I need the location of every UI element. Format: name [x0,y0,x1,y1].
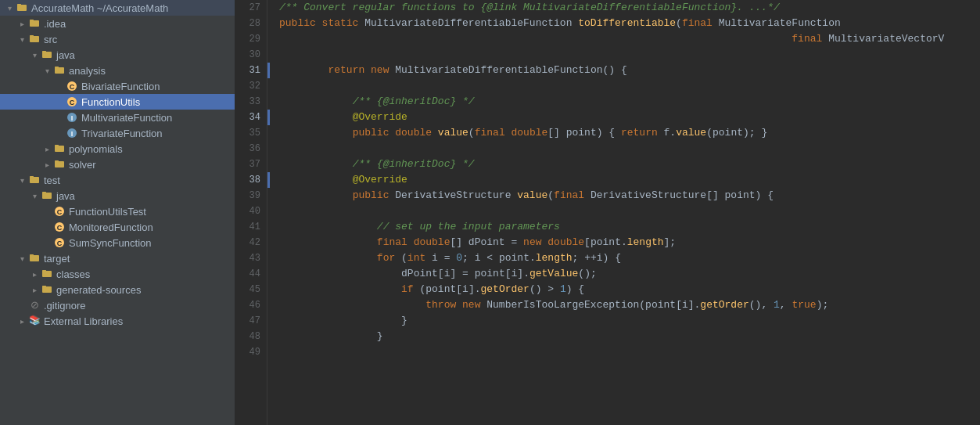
tree-label-classes: classes [56,268,90,280]
folder-icon-java [41,49,53,61]
ln-29: 29 [235,31,260,47]
tree-label-functionutils: FunctionUtils [81,96,140,108]
tree-item-test-java[interactable]: java [0,188,235,203]
ln-30: 30 [235,47,260,63]
tree-arrow-polynomials [41,145,53,153]
file-icon-gitignore: ⊘ [28,299,41,312]
ln-28: 28 [235,16,260,31]
tree-item-generated[interactable]: generated-sources [0,282,235,297]
tree-label-polynomials: polynomials [69,143,123,155]
code-line-44: dPoint[i] = point[i].getValue(); [279,266,980,282]
ln-33: 33 [235,94,260,110]
code-line-42: final double[] dPoint = new double[point… [279,235,980,250]
svg-rect-23 [30,176,34,178]
code-content[interactable]: /** Convert regular functions to {@link … [270,0,980,425]
ln-31: 31 [235,63,260,78]
folder-icon-idea [28,17,41,30]
code-line-49 [279,344,980,360]
ln-40: 40 [235,203,260,219]
folder-icon-analysis [53,64,66,77]
svg-rect-1 [17,4,21,5]
tree-arrow-root [3,4,16,13]
folder-icon-test [28,174,41,186]
folder-icon-root [16,2,28,14]
tree-item-test[interactable]: test [0,172,235,188]
ln-49: 49 [235,344,260,360]
svg-rect-32 [30,255,39,261]
svg-rect-18 [55,146,64,152]
svg-rect-19 [55,145,59,146]
svg-text:C: C [70,83,75,91]
svg-rect-20 [55,161,64,167]
tree-item-analysis[interactable]: analysis [0,63,235,78]
tree-arrow-generated [28,286,41,294]
tree-arrow-test-java [28,192,41,200]
tree-item-multivariate[interactable]: I MultivariateFunction [0,110,235,125]
tree-label-monitored: MonitoredFunction [69,222,153,233]
class-icon-functionutils: C [66,95,78,108]
tree-item-idea[interactable]: .idea [0,16,235,31]
tree-label-multivariate: MultivariateFunction [81,112,172,124]
code-line-32 [279,78,980,94]
ln-44: 44 [235,266,260,282]
folder-icon-solver [53,158,66,171]
folder-icon-generated [41,283,53,296]
code-line-28: public static MultivariateDifferentiable… [279,16,980,31]
tree-item-bivariate[interactable]: C BivariateFunction [0,78,235,94]
code-line-39: public DerivativeStructure value(final D… [279,188,980,203]
code-editor: 27 28 29 30 31 32 33 34 35 36 37 38 39 4… [235,0,980,425]
tree-item-java[interactable]: java [0,47,235,63]
ln-42: 42 [235,235,260,250]
ln-45: 45 [235,282,260,297]
svg-rect-22 [30,177,39,183]
svg-text:I: I [71,130,74,138]
tree-item-functionutilstest[interactable]: C FunctionUtilsTest [0,203,235,219]
tree-item-polynomials[interactable]: polynomials [0,141,235,157]
tree-label-java: java [56,49,75,61]
svg-rect-0 [17,5,27,11]
svg-text:I: I [71,114,74,122]
svg-rect-35 [42,270,46,272]
file-tree[interactable]: AccurateMath ~/AccurateMath .idea src ja… [0,0,235,425]
code-line-36 [279,141,980,157]
tree-label-idea: .idea [44,18,66,30]
folder-icon-target [28,252,41,265]
tree-item-monitored[interactable]: C MonitoredFunction [0,219,235,235]
ln-39: 39 [235,188,260,203]
tree-item-functionutils[interactable]: C FunctionUtils [0,94,235,110]
code-line-46: throw new NumberIsTooLargeException(poin… [279,297,980,313]
code-line-30 [279,47,980,63]
code-line-43: for (int i = 0; i < point.length; ++i) { [279,250,980,266]
folder-icon-classes [41,268,53,280]
lib-icon-external: 📚 [28,315,41,327]
ln-43: 43 [235,250,260,266]
tree-label-solver: solver [69,159,96,171]
tree-item-src[interactable]: src [0,31,235,47]
svg-rect-7 [42,51,46,52]
svg-rect-3 [30,20,34,21]
tree-item-classes[interactable]: classes [0,266,235,282]
tree-item-solver[interactable]: solver [0,157,235,172]
tree-label-functionutilstest: FunctionUtilsTest [69,206,146,218]
tree-root[interactable]: AccurateMath ~/AccurateMath [0,0,235,16]
tree-item-target[interactable]: target [0,250,235,266]
code-line-38: @Override [279,172,980,188]
svg-rect-25 [42,192,46,193]
folder-icon-src [28,33,41,45]
code-line-33: /** {@inheritDoc} */ [279,94,980,110]
svg-rect-33 [30,254,34,256]
tree-item-gitignore[interactable]: ⊘ .gitignore [0,297,235,313]
tree-item-sumsync[interactable]: C SumSyncFunction [0,235,235,250]
ln-32: 32 [235,78,260,94]
svg-rect-9 [55,67,59,68]
ln-41: 41 [235,219,260,235]
tree-item-trivariate[interactable]: I TrivariateFunction [0,125,235,141]
ln-38: 38 [235,172,260,188]
tree-arrow-classes [28,270,41,279]
tree-label-gitignore: .gitignore [44,300,85,312]
tree-item-external[interactable]: 📚 External Libraries [0,313,235,329]
tree-arrow-idea [16,20,28,28]
tree-label-test: test [44,175,60,186]
code-line-29: final MultivariateVectorV [279,31,980,47]
ln-27: 27 [235,0,260,16]
